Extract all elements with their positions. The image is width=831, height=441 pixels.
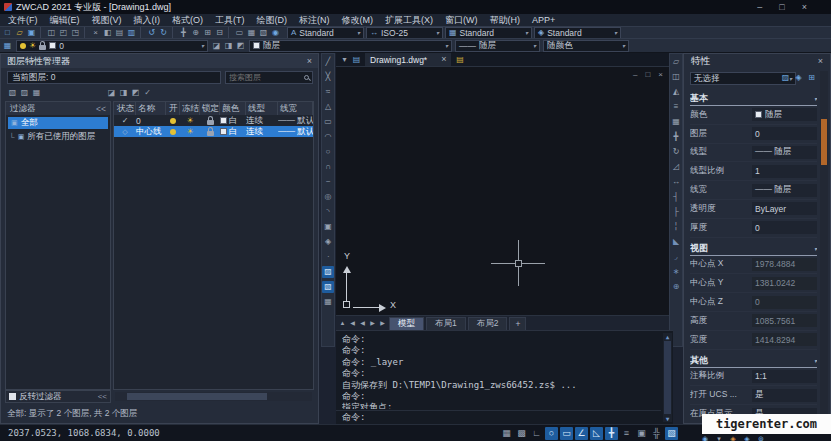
section-view[interactable]: 视图 — [690, 242, 817, 256]
collapse-button[interactable]: << — [98, 392, 107, 401]
save-icon[interactable]: ▣ — [26, 27, 37, 38]
ellipse-arc-icon[interactable]: ◝ — [322, 206, 334, 218]
rotate-icon[interactable]: ↻ — [670, 146, 682, 158]
tab-layout1[interactable]: 布局1 — [426, 317, 466, 330]
zoom-window-icon[interactable]: ⊞ — [202, 27, 213, 38]
polar-icon[interactable]: ▭ — [560, 427, 573, 440]
fillet-icon[interactable]: ◞ — [670, 251, 682, 263]
layer-lock-icon[interactable] — [207, 131, 214, 136]
command-input[interactable]: 命令: — [336, 410, 661, 424]
ortho-icon[interactable]: ∟ — [530, 427, 543, 440]
dim-style-combo[interactable]: ↔ ISO-25 — [366, 27, 443, 39]
command-scrollbar[interactable]: ▲ ▼ — [663, 333, 672, 422]
color-combo[interactable]: 随层 — [249, 40, 452, 52]
scroll-down-icon[interactable]: ▼ — [666, 415, 670, 422]
quick-select-icon[interactable]: ▨ — [780, 72, 791, 83]
layer-previous-icon[interactable]: ◨ — [223, 40, 234, 51]
prop-row-linetype-scale[interactable]: 线型比例 1 — [690, 162, 817, 181]
set-current-layer-icon[interactable]: ✓ — [142, 88, 153, 99]
osnap-icon[interactable]: ○ — [545, 427, 558, 440]
rectangle-icon[interactable]: ▭ — [322, 116, 334, 128]
menu-item-format[interactable]: 格式(O) — [166, 14, 209, 27]
table-icon[interactable]: ▦ — [322, 296, 334, 308]
redo-icon[interactable]: ↻ — [158, 27, 169, 38]
menu-item-dimension[interactable]: 标注(N) — [293, 14, 336, 27]
paste-icon[interactable]: ▤ — [114, 27, 125, 38]
window-close-button[interactable]: × — [802, 2, 807, 12]
pan-icon[interactable]: ╋ — [178, 27, 189, 38]
layer-table-hscrollbar[interactable] — [115, 392, 312, 401]
explode-icon[interactable]: ∗ — [670, 266, 682, 278]
prop-row-height[interactable]: 高度 1085.7561 — [690, 312, 817, 331]
window-restore-button[interactable]: □ — [779, 2, 784, 12]
linetype-combo[interactable]: —— 随层 — [455, 40, 540, 52]
menu-item-help[interactable]: 帮助(H) — [484, 14, 527, 27]
new-drawing-tab-icon[interactable]: ▤ — [454, 54, 465, 65]
filter-tree-item-all[interactable]: ▣ 全部 — [8, 117, 108, 129]
menu-item-tools[interactable]: 工具(T) — [209, 14, 251, 27]
collaboration-icon[interactable]: ◉ — [700, 434, 710, 441]
dynamic-input-icon[interactable]: ╋ — [605, 427, 618, 440]
open-file-icon[interactable]: ▱ — [14, 27, 25, 38]
line-icon[interactable]: ╱ — [322, 56, 334, 68]
workspace-icon[interactable]: ▧ — [665, 427, 678, 440]
toolpalettes-icon[interactable]: ▧ — [258, 27, 269, 38]
join-icon[interactable]: ⊕ — [670, 281, 682, 293]
arc-icon[interactable]: ◠ — [322, 131, 334, 143]
properties-scrollbar[interactable] — [820, 71, 828, 421]
revision-cloud-icon[interactable]: ∩ — [322, 161, 334, 173]
table-style-combo[interactable]: ▦ Standard — [445, 27, 532, 39]
last-tab-icon[interactable]: ▶ — [378, 318, 387, 329]
insert-block-icon[interactable]: ▣ — [322, 221, 334, 233]
menu-item-edit[interactable]: 编辑(E) — [44, 14, 86, 27]
construction-line-icon[interactable]: ╳ — [322, 71, 334, 83]
tab-layout2[interactable]: 布局2 — [468, 317, 508, 330]
scale-icon[interactable]: ◿ — [670, 161, 682, 173]
tab-model[interactable]: 模型 — [389, 317, 424, 330]
layer-color-swatch[interactable] — [220, 117, 227, 124]
layer-combo[interactable]: ☀ 0 — [16, 40, 208, 52]
plotstyle-combo[interactable]: 随颜色 — [543, 40, 629, 52]
new-vp-frozen-layer-icon[interactable]: ◨ — [118, 88, 129, 99]
lineweight-icon[interactable]: ≡ — [620, 427, 633, 440]
menu-item-app-plus[interactable]: APP+ — [526, 15, 561, 25]
collapse-filters-button[interactable]: << — [96, 104, 106, 114]
prop-row-layer[interactable]: 图层 0 — [690, 125, 817, 144]
scroll-up-icon[interactable]: ▲ — [666, 333, 670, 340]
section-basic[interactable]: 基本 — [690, 92, 817, 106]
hatch-icon[interactable]: ▨ — [322, 266, 334, 278]
zoom-realtime-icon[interactable]: ⊕ — [190, 27, 201, 38]
layer-search-input[interactable] — [229, 73, 302, 82]
layer-freeze-icon[interactable]: ☀ — [186, 128, 193, 136]
layer-row-0[interactable]: ✓ 0 ☀ 白 连续 —— 默认 — [114, 115, 313, 126]
make-block-icon[interactable]: ◈ — [322, 236, 334, 248]
window-minimize-button[interactable]: – — [757, 2, 762, 12]
preview-icon[interactable]: ◰ — [58, 27, 69, 38]
menu-item-express-tools[interactable]: 扩展工具(X) — [379, 14, 439, 27]
layer-panel-close-button[interactable]: × — [307, 57, 312, 66]
trim-icon[interactable]: ┤ — [670, 191, 682, 203]
prop-row-thickness[interactable]: 厚度 0 — [690, 219, 817, 238]
point-icon[interactable]: ∙ — [322, 251, 334, 263]
help-icon[interactable]: ◉ — [270, 27, 281, 38]
prop-row-width[interactable]: 宽度 1414.8294 — [690, 331, 817, 350]
command-history[interactable]: 命令: 命令: 命令: _layer 命令: 自动保存到 D:\TEMP1\Dr… — [342, 333, 659, 409]
copy-object-icon[interactable]: ◫ — [670, 71, 682, 83]
scrollbar-thumb[interactable] — [821, 119, 827, 165]
prop-row-color[interactable]: 颜色 随层 — [690, 106, 817, 125]
array-icon[interactable]: ▦ — [670, 116, 682, 128]
add-layout-button[interactable]: + — [509, 317, 526, 330]
move-icon[interactable]: ╋ — [670, 131, 682, 143]
zoom-previous-icon[interactable]: ⊟ — [214, 27, 225, 38]
prop-row-center-z[interactable]: 中心点 Z 0 — [690, 293, 817, 312]
invert-filter-checkbox[interactable] — [9, 393, 16, 400]
layer-freeze-icon[interactable]: ☀ — [186, 117, 193, 125]
dropdown-caret-icon[interactable]: ▾ — [714, 434, 724, 441]
doc-restore-button[interactable]: □ — [645, 70, 650, 79]
circle-icon[interactable]: ○ — [322, 146, 334, 158]
offset-icon[interactable]: ≡ — [670, 101, 682, 113]
model-space-icon[interactable]: ▣ — [635, 427, 648, 440]
layer-properties-manager-icon[interactable]: ▦ — [2, 40, 13, 51]
drawing-canvas[interactable]: – □ × Y X — [336, 67, 669, 315]
new-property-filter-icon[interactable]: ▧ — [7, 88, 18, 99]
